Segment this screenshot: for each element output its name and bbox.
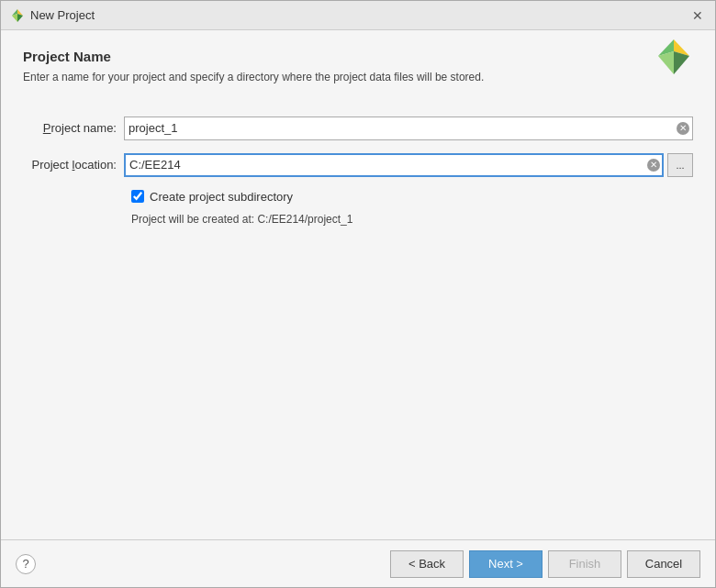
form-area: Project name: ✕ Project location: ✕ ...: [23, 116, 693, 226]
help-button[interactable]: ?: [16, 554, 36, 574]
create-subdirectory-checkbox[interactable]: [131, 190, 144, 203]
section-desc: Enter a name for your project and specif…: [23, 70, 693, 85]
project-location-input[interactable]: [124, 153, 664, 177]
dialog-title: New Project: [30, 8, 95, 22]
dialog-footer: ? < Back Next > Finish Cancel: [1, 539, 715, 587]
close-button[interactable]: ✕: [689, 7, 706, 24]
footer-right: < Back Next > Finish Cancel: [390, 550, 700, 578]
new-project-title-icon: [10, 8, 25, 23]
dialog-content: Project Name Enter a name for your proje…: [1, 30, 715, 539]
new-project-dialog: New Project ✕ Project Name Enter a name …: [0, 0, 716, 588]
next-button[interactable]: Next >: [469, 550, 543, 578]
finish-button[interactable]: Finish: [548, 550, 621, 578]
project-location-row: Project location: ✕ ...: [23, 153, 693, 177]
title-bar: New Project ✕: [1, 1, 715, 30]
project-path-info: Project will be created at: C:/EE214/pro…: [131, 213, 693, 226]
section-title: Project Name: [23, 49, 693, 64]
project-name-label-text: Project name:: [43, 121, 117, 135]
project-name-clear-button[interactable]: ✕: [677, 122, 689, 135]
create-subdirectory-label[interactable]: Create project subdirectory: [150, 190, 293, 204]
cancel-button[interactable]: Cancel: [627, 550, 700, 578]
project-name-label: Project name:: [23, 121, 124, 135]
project-location-label: Project location:: [23, 158, 124, 172]
project-location-input-wrapper: ✕: [124, 153, 664, 177]
browse-button[interactable]: ...: [667, 153, 693, 177]
project-name-input[interactable]: [124, 116, 693, 140]
title-bar-left: New Project: [10, 8, 95, 23]
footer-left: ?: [16, 554, 36, 574]
logo: [654, 38, 693, 79]
checkbox-row: Create project subdirectory: [131, 190, 693, 204]
project-name-input-wrapper: ✕: [124, 116, 693, 140]
project-location-label-text: Project location:: [31, 158, 117, 172]
project-location-clear-button[interactable]: ✕: [647, 159, 660, 172]
project-name-row: Project name: ✕: [23, 116, 693, 140]
back-button[interactable]: < Back: [390, 550, 464, 578]
